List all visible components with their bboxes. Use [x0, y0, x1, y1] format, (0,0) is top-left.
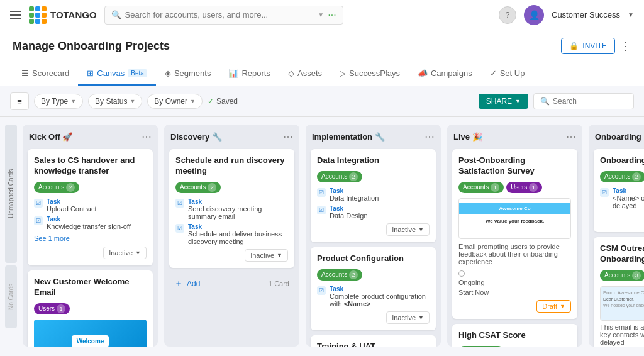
chevron-down-icon: ▼ [418, 314, 424, 321]
tab-canvas[interactable]: ⊞ Canvas Beta [78, 62, 156, 86]
task-icon: ☑ [34, 199, 43, 208]
invite-button[interactable]: 🔒 INVITE [561, 38, 615, 54]
card-tags: Users 1 [34, 303, 147, 314]
filter-by-type[interactable]: By Type ▼ [34, 94, 83, 109]
board-search[interactable]: 🔍 [533, 93, 634, 109]
task-icon: ☑ [317, 206, 326, 214]
chevron-down-icon: ▼ [418, 226, 424, 233]
tag-accounts: Accounts 2 [600, 171, 644, 182]
draft-status-button[interactable]: Draft ▼ [536, 300, 571, 313]
tab-scorecard[interactable]: ☰ Scorecard [13, 62, 78, 86]
chevron-down-icon: ▼ [277, 252, 282, 259]
chevron-down-icon: ▼ [135, 250, 141, 256]
card-kickoff-2: New Customer Welcome Email Users 1 Welco… [28, 270, 153, 347]
card-tags: Accounts 2 [175, 182, 288, 193]
chevron-down-icon: ▼ [70, 98, 76, 104]
task-item: ☑ Task Data Design [317, 205, 430, 220]
column-live: Live 🎉 ⋯ Post-Onboarding Satisfaction Su… [447, 125, 582, 347]
card-live-2: High CSAT Score Accounts 2 ☑ Task Reques… [452, 324, 577, 347]
status-ongoing: Ongoing [458, 269, 571, 286]
reports-icon: 📊 [228, 69, 238, 78]
column-more-discovery[interactable]: ⋯ [283, 131, 293, 143]
segments-icon: ◈ [165, 69, 171, 78]
card-tags: Accounts 3 Users 1 [600, 270, 644, 281]
tag-accounts: Accounts 2 [458, 346, 504, 347]
plus-icon: ＋ [174, 278, 183, 289]
column-body-live: Post-Onboarding Satisfaction Survey Acco… [447, 147, 582, 347]
successplays-icon: ▷ [340, 69, 346, 78]
column-title-live: Live 🎉 [453, 132, 482, 142]
filter-icon: ≡ [17, 97, 22, 106]
more-options-button[interactable]: ⋮ [620, 39, 631, 53]
task-icon: ☑ [34, 216, 43, 225]
logo-dot-6 [42, 13, 47, 18]
status-button[interactable]: Inactive ▼ [245, 249, 288, 262]
status-button[interactable]: Inactive ▼ [103, 247, 147, 259]
tag-accounts: Accounts 2 [317, 269, 362, 281]
filter-by-owner[interactable]: By Owner ▼ [147, 94, 203, 109]
card-tags: Accounts 2 [317, 171, 430, 182]
card-title: Product Configuration [317, 253, 430, 264]
card-title: Sales to CS handover and knowledge trans… [34, 155, 147, 177]
status-row: Inactive ▼ [34, 247, 147, 259]
avatar[interactable]: 👤 [524, 5, 544, 25]
unmapped-cards-panel[interactable]: Unmapped Cards [5, 125, 17, 263]
user-dropdown-icon[interactable]: ▼ [628, 11, 634, 18]
chevron-down-icon: ▼ [318, 11, 324, 18]
status-button[interactable]: Inactive ▼ [386, 311, 430, 324]
status-startnow: Start Now [458, 289, 571, 296]
card-impl-3: Training & UAT Accounts 2 [311, 335, 436, 347]
tab-campaigns[interactable]: 📣 Campaigns [409, 62, 481, 86]
toolbar-right: SHARE ▼ 🔍 [479, 93, 634, 109]
tab-successplays[interactable]: ▷ SuccessPlays [331, 62, 409, 86]
tab-reports[interactable]: 📊 Reports [219, 62, 279, 86]
column-title-implementation: Implementation 🔧 [312, 132, 385, 142]
status-button[interactable]: Inactive ▼ [386, 223, 430, 236]
add-card-row[interactable]: ＋ Add 1 Card [169, 273, 294, 294]
filter-by-status[interactable]: By Status ▼ [88, 94, 142, 109]
share-button[interactable]: SHARE ▼ [479, 94, 528, 109]
card-title: Onboarding Delayed [600, 155, 644, 166]
board-search-input[interactable] [553, 97, 627, 106]
loading-dots: ··· [328, 9, 336, 21]
column-header-risks: Onboarding Risks ⚠️ ⋯ [589, 125, 644, 147]
task-icon: ☑ [317, 286, 326, 295]
task-icon: ☑ [600, 188, 609, 197]
card-risks-2: CSM Outreach for Onboarding Delays Accou… [594, 237, 644, 347]
menu-button[interactable] [10, 11, 21, 19]
column-more-implementation[interactable]: ⋯ [425, 131, 435, 143]
top-nav: TOTANGO 🔍 ▼ ··· ? 👤 Customer Success ▼ [0, 0, 644, 30]
column-onboarding-risks: Onboarding Risks ⚠️ ⋯ Onboarding Delayed… [589, 125, 644, 347]
card-title: Data Integration [317, 155, 430, 166]
tag-users: Users 1 [506, 182, 542, 193]
tabs-bar: ☰ Scorecard ⊞ Canvas Beta ◈ Segments 📊 R… [0, 62, 644, 86]
tab-segments[interactable]: ◈ Segments [156, 62, 220, 86]
logo-dot-4 [29, 13, 34, 18]
chevron-down-icon: ▼ [130, 98, 135, 104]
card-title: Training & UAT [317, 342, 430, 347]
tab-setup[interactable]: ✓ Set Up [481, 62, 534, 86]
check-icon: ✓ [208, 97, 214, 106]
see-more-link[interactable]: See 1 more [34, 235, 70, 242]
column-more-live[interactable]: ⋯ [566, 131, 576, 143]
tab-assets[interactable]: ◇ Assets [279, 62, 331, 86]
card-desc: Email prompting users to provide feedbac… [458, 243, 571, 265]
tag-accounts: Accounts 3 [600, 270, 644, 281]
logo-dot-1 [29, 6, 34, 11]
task-item: ☑ Task Schedule and deliver business dis… [175, 223, 288, 245]
column-more-kickoff[interactable]: ⋯ [142, 131, 152, 143]
column-body-kickoff: Sales to CS handover and knowledge trans… [23, 147, 158, 347]
task-icon: ☑ [175, 199, 184, 208]
column-body-implementation: Data Integration Accounts 2 ☑ Task Data … [306, 147, 441, 347]
search-input[interactable] [125, 10, 314, 19]
card-tags: Accounts 2 [600, 171, 644, 182]
status-row: Inactive ▼ [317, 223, 430, 236]
help-button[interactable]: ? [499, 6, 516, 24]
column-discovery: Discovery 🔧 ⋯ Schedule and run discovery… [164, 125, 299, 347]
search-bar[interactable]: 🔍 ▼ ··· [104, 6, 343, 25]
status-row: Draft ▼ [458, 300, 571, 313]
filter-toggle-button[interactable]: ≡ [10, 92, 29, 110]
chevron-down-icon: ▼ [190, 98, 196, 104]
column-implementation: Implementation 🔧 ⋯ Data Integration Acco… [306, 125, 441, 347]
status-row: Inactive ▼ [600, 213, 644, 226]
